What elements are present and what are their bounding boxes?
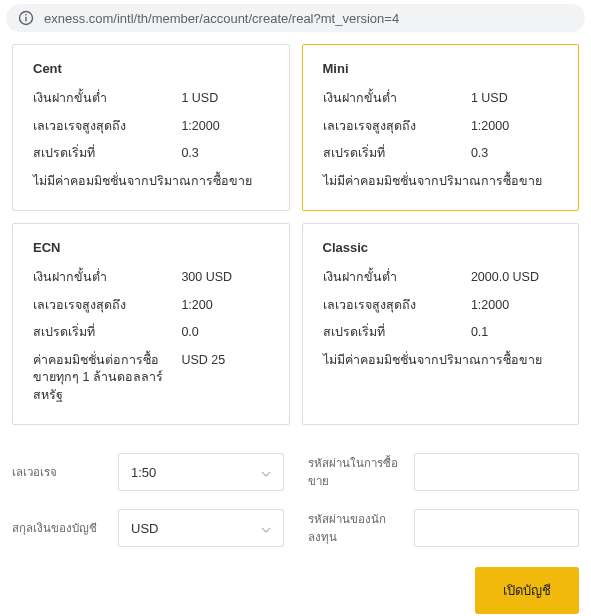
card-row-value: 300 USD: [181, 269, 268, 287]
card-row: สเปรดเริ่มที่0.0: [33, 324, 269, 342]
account-type-card-cent[interactable]: Centเงินฝากขั้นต่ำ1 USDเลเวอเรจสูงสุดถึง…: [12, 44, 290, 211]
chevron-down-icon: [261, 521, 271, 536]
trading-password-label: รหัสผ่านในการซื้อขาย: [308, 454, 404, 490]
card-row-value: 0.3: [181, 145, 268, 163]
card-row: ค่าคอมมิชชั่นต่อการซื้อขายทุกๆ 1 ล้านดอล…: [33, 352, 269, 405]
account-type-card-ecn[interactable]: ECNเงินฝากขั้นต่ำ300 USDเลเวอเรจสูงสุดถึ…: [12, 223, 290, 425]
card-row-value: 1 USD: [181, 90, 268, 108]
card-row: เลเวอเรจสูงสุดถึง1:2000: [323, 118, 559, 136]
chevron-down-icon: [261, 465, 271, 480]
svg-rect-1: [25, 17, 26, 22]
card-row-value: 0.0: [181, 324, 268, 342]
card-row-label: เงินฝากขั้นต่ำ: [33, 90, 181, 108]
card-row-value: 1:2000: [181, 118, 268, 136]
card-row-value: 1 USD: [471, 90, 558, 108]
card-row: เงินฝากขั้นต่ำ2000.0 USD: [323, 269, 559, 287]
account-type-card-classic[interactable]: Classicเงินฝากขั้นต่ำ2000.0 USDเลเวอเรจส…: [302, 223, 580, 425]
card-row: เงินฝากขั้นต่ำ300 USD: [33, 269, 269, 287]
currency-select[interactable]: USD: [118, 509, 284, 547]
card-row-label: ไม่มีค่าคอมมิชชั่นจากปริมาณการซื้อขาย: [33, 173, 269, 191]
url-bar[interactable]: exness.com/intl/th/member/account/create…: [6, 4, 585, 32]
leverage-select[interactable]: 1:50: [118, 453, 284, 491]
investor-password-label: รหัสผ่านของนักลงทุน: [308, 510, 404, 546]
card-row-label: สเปรดเริ่มที่: [33, 145, 181, 163]
leverage-value: 1:50: [131, 465, 156, 480]
card-row-value: 0.1: [471, 324, 558, 342]
card-row: สเปรดเริ่มที่0.1: [323, 324, 559, 342]
card-row: เงินฝากขั้นต่ำ1 USD: [323, 90, 559, 108]
card-row-value: 1:2000: [471, 118, 558, 136]
card-row-label: สเปรดเริ่มที่: [323, 145, 471, 163]
card-row-label: เลเวอเรจสูงสุดถึง: [323, 297, 471, 315]
account-type-card-mini[interactable]: Miniเงินฝากขั้นต่ำ1 USDเลเวอเรจสูงสุดถึง…: [302, 44, 580, 211]
card-row-value: 0.3: [471, 145, 558, 163]
card-row-label: เลเวอเรจสูงสุดถึง: [323, 118, 471, 136]
investor-password-input[interactable]: [414, 509, 580, 547]
card-row-value: 1:2000: [471, 297, 558, 315]
card-row: สเปรดเริ่มที่0.3: [33, 145, 269, 163]
card-title: ECN: [33, 240, 269, 255]
card-row: เลเวอเรจสูงสุดถึง1:2000: [33, 118, 269, 136]
trading-password-input[interactable]: [414, 453, 580, 491]
card-row: สเปรดเริ่มที่0.3: [323, 145, 559, 163]
card-row-value: 2000.0 USD: [471, 269, 558, 287]
card-row: เงินฝากขั้นต่ำ1 USD: [33, 90, 269, 108]
card-row-label: สเปรดเริ่มที่: [33, 324, 181, 342]
card-title: Cent: [33, 61, 269, 76]
card-row: ไม่มีค่าคอมมิชชั่นจากปริมาณการซื้อขาย: [323, 173, 559, 191]
card-title: Classic: [323, 240, 559, 255]
card-row-label: ไม่มีค่าคอมมิชชั่นจากปริมาณการซื้อขาย: [323, 352, 559, 370]
card-row: เลเวอเรจสูงสุดถึง1:2000: [323, 297, 559, 315]
open-account-button[interactable]: เปิดบัญชี: [475, 567, 579, 614]
card-title: Mini: [323, 61, 559, 76]
card-row: เลเวอเรจสูงสุดถึง1:200: [33, 297, 269, 315]
card-row-value: 1:200: [181, 297, 268, 315]
card-row-label: เลเวอเรจสูงสุดถึง: [33, 118, 181, 136]
card-row: ไม่มีค่าคอมมิชชั่นจากปริมาณการซื้อขาย: [33, 173, 269, 191]
info-icon: [18, 10, 34, 26]
card-row-label: ค่าคอมมิชชั่นต่อการซื้อขายทุกๆ 1 ล้านดอล…: [33, 352, 181, 405]
card-row: ไม่มีค่าคอมมิชชั่นจากปริมาณการซื้อขาย: [323, 352, 559, 370]
url-text: exness.com/intl/th/member/account/create…: [44, 11, 399, 26]
card-row-label: เลเวอเรจสูงสุดถึง: [33, 297, 181, 315]
card-row-label: เงินฝากขั้นต่ำ: [323, 90, 471, 108]
currency-label: สกุลเงินของบัญชี: [12, 519, 108, 537]
svg-rect-2: [25, 14, 26, 15]
card-row-label: สเปรดเริ่มที่: [323, 324, 471, 342]
card-row-label: ไม่มีค่าคอมมิชชั่นจากปริมาณการซื้อขาย: [323, 173, 559, 191]
leverage-label: เลเวอเรจ: [12, 463, 108, 481]
card-row-label: เงินฝากขั้นต่ำ: [33, 269, 181, 287]
currency-value: USD: [131, 521, 158, 536]
card-row-label: เงินฝากขั้นต่ำ: [323, 269, 471, 287]
card-row-value: USD 25: [181, 352, 268, 405]
